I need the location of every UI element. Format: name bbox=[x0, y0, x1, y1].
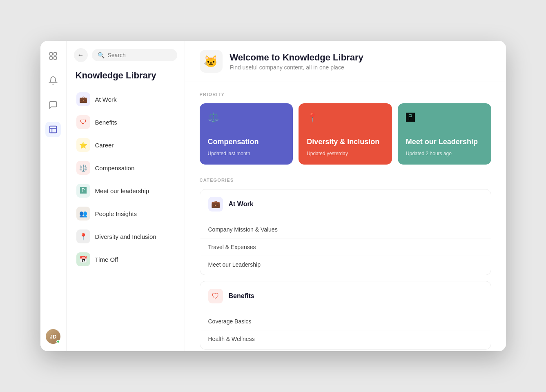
category-name-1: Benefits bbox=[229, 292, 254, 300]
library-title: Welcome to Knowledge Library bbox=[230, 52, 363, 63]
priority-card-icon-1: 📍 bbox=[307, 112, 384, 123]
priority-card-1[interactable]: 📍 Diversity & Inclusion Updated yesterda… bbox=[299, 103, 392, 165]
priority-card-2[interactable]: 🅿 Meet our Leadership Updated 2 hours ag… bbox=[398, 103, 491, 165]
svg-rect-0 bbox=[50, 53, 52, 55]
category-item-0-1[interactable]: Travel & Expenses bbox=[200, 238, 491, 256]
back-button[interactable]: ← bbox=[74, 48, 88, 62]
nav-icon-5: 👥 bbox=[76, 207, 90, 220]
icon-rail: JD bbox=[40, 41, 67, 351]
workspace-icon[interactable] bbox=[45, 48, 61, 64]
sidebar-item-meet-our-leadership[interactable]: 🅿 Meet our leadership bbox=[71, 180, 180, 202]
avatar[interactable]: JD bbox=[46, 329, 60, 344]
nav-icon-4: 🅿 bbox=[76, 184, 90, 198]
nav-icon-1: 🛡 bbox=[76, 115, 90, 129]
nav-icon-6: 📍 bbox=[76, 229, 90, 243]
main-panel: 🐱 Welcome to Knowledge Library Find usef… bbox=[185, 41, 506, 351]
categories-label: CATEGORIES bbox=[200, 178, 491, 183]
nav-label-5: People Insights bbox=[95, 210, 137, 217]
priority-card-sub-1: Updated yesterday bbox=[307, 151, 384, 156]
svg-rect-2 bbox=[50, 57, 52, 59]
category-icon-1: 🛡 bbox=[208, 289, 223, 303]
svg-rect-3 bbox=[54, 57, 56, 59]
categories-list: 💼 At Work Company Mission & Values Trave… bbox=[200, 189, 491, 350]
main-content: PRIORITY ⚖️ Compensation Updated last mo… bbox=[185, 82, 506, 351]
sidebar-title: Knowledge Library bbox=[67, 70, 185, 81]
search-box[interactable]: 🔍 bbox=[92, 49, 177, 61]
category-header-0: 💼 At Work bbox=[200, 189, 491, 219]
search-icon: 🔍 bbox=[98, 52, 105, 58]
sidebar-nav: 💼 At Work 🛡 Benefits ⭐ Career ⚖️ Compens… bbox=[67, 88, 185, 270]
category-icon-0: 💼 bbox=[208, 197, 223, 212]
category-header-1: 🛡 Benefits bbox=[200, 281, 491, 311]
sidebar-item-people-insights[interactable]: 👥 People Insights bbox=[71, 203, 180, 225]
priority-card-title-2: Meet our Leadership bbox=[406, 137, 483, 147]
nav-label-7: Time Off bbox=[95, 256, 118, 263]
priority-card-icon-0: ⚖️ bbox=[208, 112, 285, 123]
cat-icon-glyph: 🐱 bbox=[204, 55, 218, 68]
nav-icon-7: 📅 bbox=[76, 252, 90, 266]
user-avatar-section: JD bbox=[46, 329, 60, 344]
priority-card-title-1: Diversity & Inclusion bbox=[307, 137, 384, 147]
nav-label-1: Benefits bbox=[95, 119, 117, 126]
priority-card-icon-2: 🅿 bbox=[406, 112, 483, 123]
library-header: 🐱 Welcome to Knowledge Library Find usef… bbox=[185, 41, 506, 82]
sidebar: ← 🔍 Knowledge Library 💼 At Work 🛡 Benefi… bbox=[67, 41, 185, 351]
nav-icon-0: 💼 bbox=[76, 92, 90, 106]
category-item-0-0[interactable]: Company Mission & Values bbox=[200, 221, 491, 238]
priority-cards: ⚖️ Compensation Updated last month 📍 Div… bbox=[200, 103, 491, 165]
nav-icon-3: ⚖️ bbox=[76, 161, 90, 175]
nav-label-3: Compensation bbox=[95, 165, 135, 172]
sidebar-item-benefits[interactable]: 🛡 Benefits bbox=[71, 111, 180, 133]
chat-icon[interactable] bbox=[45, 97, 61, 113]
sidebar-item-time-off[interactable]: 📅 Time Off bbox=[71, 248, 180, 270]
category-item-0-2[interactable]: Meet our Leadership bbox=[200, 256, 491, 273]
category-item-1-0[interactable]: Coverage Basics bbox=[200, 313, 491, 330]
search-input[interactable] bbox=[108, 52, 172, 58]
library-header-text: Welcome to Knowledge Library Find useful… bbox=[230, 52, 363, 71]
category-items-1: Coverage Basics Health & Wellness bbox=[200, 311, 491, 349]
category-items-0: Company Mission & Values Travel & Expens… bbox=[200, 219, 491, 275]
sidebar-item-diversity-and-inclusion[interactable]: 📍 Diversity and Inclusion bbox=[71, 225, 180, 247]
sidebar-top: ← 🔍 bbox=[67, 48, 185, 62]
priority-card-sub-2: Updated 2 hours ago bbox=[406, 151, 483, 156]
priority-card-sub-0: Updated last month bbox=[208, 151, 285, 156]
notification-icon[interactable] bbox=[45, 73, 61, 88]
priority-label: PRIORITY bbox=[200, 92, 491, 97]
nav-label-4: Meet our leadership bbox=[95, 187, 149, 194]
nav-icon-2: ⭐ bbox=[76, 138, 90, 152]
category-card-0: 💼 At Work Company Mission & Values Trave… bbox=[200, 189, 491, 275]
library-subtitle: Find useful company content, all in one … bbox=[230, 64, 363, 71]
priority-card-title-0: Compensation bbox=[208, 137, 285, 147]
nav-label-2: Career bbox=[95, 142, 114, 149]
app-window: JD ← 🔍 Knowledge Library 💼 At Work 🛡 Ben… bbox=[40, 41, 506, 351]
category-name-0: At Work bbox=[229, 200, 254, 208]
library-header-icon: 🐱 bbox=[200, 50, 223, 73]
category-card-1: 🛡 Benefits Coverage Basics Health & Well… bbox=[200, 281, 491, 350]
library-icon[interactable] bbox=[45, 122, 61, 137]
svg-rect-1 bbox=[54, 53, 56, 55]
nav-label-0: At Work bbox=[95, 96, 117, 103]
category-item-1-1[interactable]: Health & Wellness bbox=[200, 330, 491, 347]
nav-label-6: Diversity and Inclusion bbox=[95, 233, 156, 240]
sidebar-item-career[interactable]: ⭐ Career bbox=[71, 134, 180, 156]
online-status-dot bbox=[56, 340, 60, 343]
priority-card-0[interactable]: ⚖️ Compensation Updated last month bbox=[200, 103, 293, 165]
sidebar-item-at-work[interactable]: 💼 At Work bbox=[71, 88, 180, 110]
svg-rect-4 bbox=[50, 126, 57, 133]
sidebar-item-compensation[interactable]: ⚖️ Compensation bbox=[71, 157, 180, 179]
